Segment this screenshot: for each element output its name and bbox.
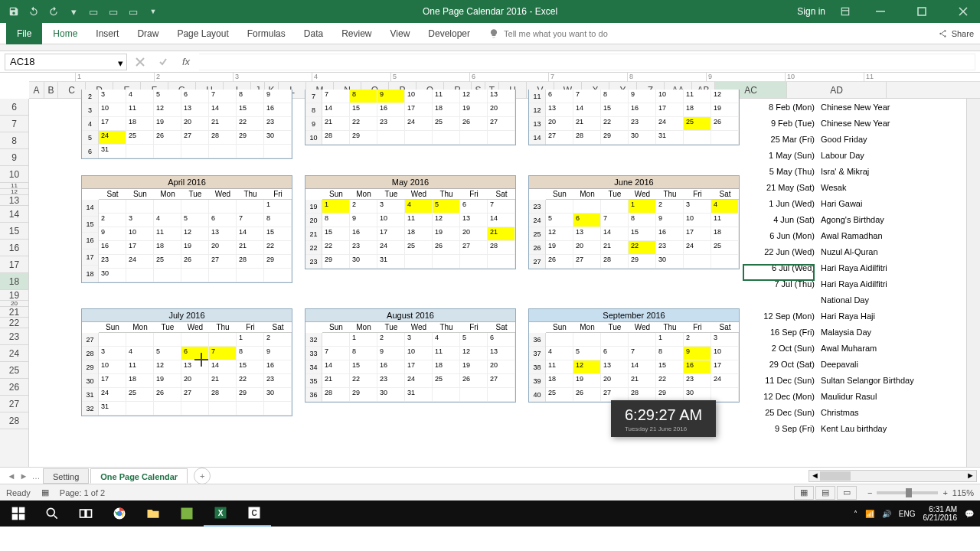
sheet-nav-left-icon[interactable]: ◄ xyxy=(6,471,17,481)
save-icon[interactable] xyxy=(5,2,23,21)
tray-chevron-icon[interactable]: ˄ xyxy=(854,510,858,518)
signin-link[interactable]: Sign in xyxy=(797,6,825,17)
touch-icon[interactable]: ▾ xyxy=(64,2,83,21)
chrome-icon[interactable] xyxy=(103,500,136,527)
holiday-row[interactable]: 1 May (Sun)Labour Day xyxy=(744,147,922,163)
tab-data[interactable]: Data xyxy=(296,23,331,44)
maximize-button[interactable] xyxy=(906,0,937,23)
zoom-level[interactable]: 115% xyxy=(952,488,974,497)
qat-more-icon[interactable]: ▼ xyxy=(144,2,162,21)
share-icon xyxy=(938,28,949,39)
tray-volume-icon[interactable]: 🔊 xyxy=(882,510,891,518)
holiday-row[interactable]: 29 Oct (Sat)Deepavali xyxy=(744,356,922,372)
fx-icon[interactable]: fx xyxy=(176,54,196,70)
holiday-row[interactable]: 21 May (Sat)Wesak xyxy=(744,179,922,195)
tab-insert[interactable]: Insert xyxy=(88,23,126,44)
holiday-row[interactable]: 16 Sep (Fri)Malaysia Day xyxy=(744,324,922,340)
task-view-icon[interactable] xyxy=(69,500,103,527)
holiday-row[interactable]: 12 Sep (Mon)Hari Raya Haji xyxy=(744,308,922,324)
tab-home[interactable]: Home xyxy=(45,23,85,44)
qa1-icon[interactable]: ▭ xyxy=(84,2,103,21)
holiday-row[interactable]: 22 Jun (Wed)Nuzul Al-Quran xyxy=(744,243,922,259)
tab-developer[interactable]: Developer xyxy=(420,23,478,44)
holiday-row[interactable]: 25 Dec (Sun)Christmas xyxy=(744,404,922,420)
tell-me[interactable]: Tell me what you want to do xyxy=(488,28,608,39)
zoom-out-icon[interactable]: − xyxy=(867,488,872,497)
holiday-row[interactable]: National Day xyxy=(744,292,922,308)
excel-icon[interactable]: X xyxy=(204,500,237,527)
holiday-row[interactable]: 5 May (Thu)Isra' & Mikraj xyxy=(744,163,922,179)
vertical-scrollbar[interactable] xyxy=(966,99,980,467)
row-headers[interactable]: 6789101112131415161718192021222324252627… xyxy=(0,99,29,467)
sheet-tab-setting[interactable]: Setting xyxy=(43,468,89,484)
month-april: April 2016 SatSunMonTueWedThuFri 1415161… xyxy=(81,175,292,283)
close-button[interactable] xyxy=(948,0,978,23)
view-normal-icon[interactable]: ▦ xyxy=(794,486,814,500)
sheet-tab-calendar[interactable]: One Page Calendar xyxy=(90,468,188,484)
name-box[interactable]: AC18 ▾ xyxy=(5,54,127,70)
holiday-row[interactable]: 6 Jun (Mon)Awal Ramadhan xyxy=(744,227,922,243)
macro-icon[interactable]: ▦ xyxy=(41,487,49,497)
titlebar: ▾ ▭ ▭ ▭ ▼ One Page Calendar 2016 - Excel… xyxy=(0,0,980,23)
holiday-row[interactable]: 1 Jun (Wed)Hari Gawai xyxy=(744,195,922,211)
start-button[interactable] xyxy=(2,500,35,527)
ribbon-tabs: File Home Insert Draw Page Layout Formul… xyxy=(0,23,980,44)
tab-review[interactable]: Review xyxy=(334,23,379,44)
redo-icon[interactable] xyxy=(44,2,63,21)
tab-file[interactable]: File xyxy=(6,23,42,44)
month-september: September 2016 SunMonTueWedThuFriSat 363… xyxy=(528,308,740,403)
bulb-icon xyxy=(488,28,499,39)
tab-draw[interactable]: Draw xyxy=(129,23,166,44)
month-may: May 2016 SunMonTueWedThuFriSat 192021222… xyxy=(305,175,516,269)
chevron-down-icon[interactable]: ▾ xyxy=(118,57,123,69)
qa2-icon[interactable]: ▭ xyxy=(104,2,122,21)
month-august: August 2016 SunMonTueWedThuFriSat 323334… xyxy=(305,308,516,403)
svg-rect-15 xyxy=(181,508,193,520)
ribbon-options-icon[interactable] xyxy=(836,2,854,21)
window-title: One Page Calendar 2016 - Excel xyxy=(423,6,557,17)
status-bar: Ready ▦ Page: 1 of 2 ▦ ▤ ▭ − + 115% xyxy=(0,484,980,500)
share-button[interactable]: Share xyxy=(938,28,974,39)
holiday-row[interactable]: 2 Oct (Sun)Awal Muharam xyxy=(744,340,922,356)
view-break-icon[interactable]: ▭ xyxy=(837,486,857,500)
undo-icon[interactable] xyxy=(24,2,43,21)
svg-rect-8 xyxy=(12,514,18,520)
explorer-icon[interactable] xyxy=(136,500,170,527)
tab-view[interactable]: View xyxy=(383,23,418,44)
selected-cell[interactable] xyxy=(743,264,815,281)
zoom-control[interactable]: − + 115% xyxy=(867,488,974,497)
tab-layout[interactable]: Page Layout xyxy=(169,23,236,44)
zoom-in-icon[interactable]: + xyxy=(942,488,947,497)
svg-point-3 xyxy=(939,32,941,34)
sheet-more-icon[interactable]: … xyxy=(31,471,41,481)
month-july: July 2016 SunMonTueWedThuFriSat 27282930… xyxy=(81,308,292,416)
sheet-nav-right-icon[interactable]: ► xyxy=(18,471,29,481)
tray-wifi-icon[interactable]: 📶 xyxy=(865,510,874,518)
search-icon[interactable] xyxy=(35,500,69,527)
tray-clock[interactable]: 6:31 AM 6/21/2016 xyxy=(923,505,958,522)
camtasia-icon[interactable]: C xyxy=(237,500,271,527)
holiday-row[interactable]: 9 Feb (Tue)Chinese New Year xyxy=(744,115,922,131)
horizontal-ruler: 1234567891011 xyxy=(29,73,980,82)
tray-lang[interactable]: ENG xyxy=(899,510,916,518)
notifications-icon[interactable]: 💬 xyxy=(965,510,974,518)
holiday-row[interactable]: 12 Dec (Mon)Maulidur Rasul xyxy=(744,388,922,404)
app-icon[interactable] xyxy=(170,500,204,527)
holiday-row[interactable]: 25 Mar (Fri)Good Friday xyxy=(744,131,922,147)
holiday-row[interactable]: 8 Feb (Mon)Chinese New Year xyxy=(744,99,922,115)
horizontal-scrollbar[interactable]: ◄► xyxy=(808,470,977,482)
view-page-icon[interactable]: ▤ xyxy=(815,486,835,500)
worksheet-cells[interactable]: 2345634567891011121314151617181920212223… xyxy=(29,99,966,467)
accept-formula-icon[interactable] xyxy=(153,54,173,70)
qa3-icon[interactable]: ▭ xyxy=(124,2,142,21)
formula-input[interactable] xyxy=(199,54,975,70)
minimize-button[interactable] xyxy=(865,0,896,23)
holiday-row[interactable]: 4 Jun (Sat)Agong's Birthday xyxy=(744,211,922,227)
svg-rect-6 xyxy=(12,507,18,514)
cancel-formula-icon[interactable] xyxy=(130,54,150,70)
tab-formulas[interactable]: Formulas xyxy=(240,23,293,44)
add-sheet-button[interactable]: + xyxy=(194,468,211,484)
holiday-row[interactable]: 11 Dec (Sun)Sultan Selangor Birthday xyxy=(744,372,922,388)
holiday-row[interactable]: 9 Sep (Fri)Kent Lau birthday xyxy=(744,420,922,436)
svg-point-4 xyxy=(944,30,946,31)
